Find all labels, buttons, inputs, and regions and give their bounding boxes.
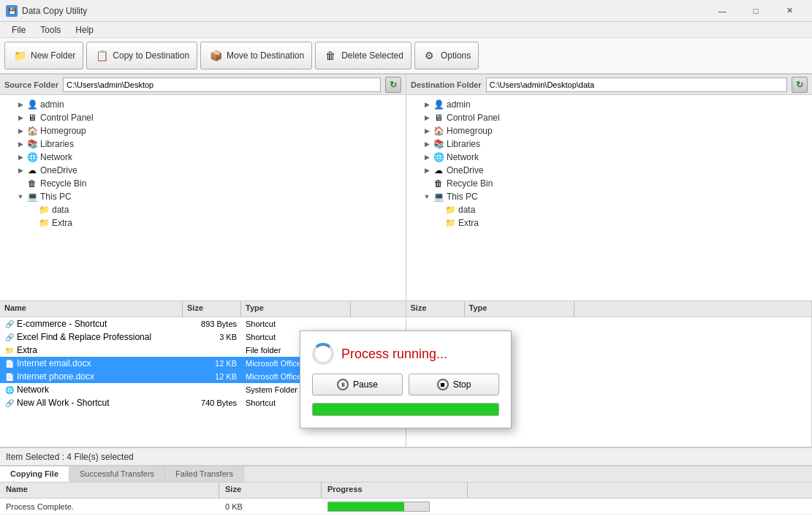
- pause-button[interactable]: ⏸ Pause: [312, 374, 403, 396]
- tree-item[interactable]: ▶ 👤 admin: [0, 98, 406, 111]
- tree-item[interactable]: ▶ ☁ OneDrive: [406, 164, 812, 177]
- tab-cell-name: Process Complete.: [0, 501, 219, 512]
- modal-buttons: ⏸ Pause ⏹ Stop: [312, 374, 499, 396]
- modal-title: Process running...: [341, 347, 447, 362]
- delete-label: Delete Selected: [341, 50, 403, 61]
- tree-item[interactable]: ▼ 💻 This PC: [0, 190, 406, 203]
- menu-help[interactable]: Help: [68, 23, 101, 37]
- tree-item[interactable]: ▶ ☁ OneDrive: [0, 164, 406, 177]
- col-type[interactable]: Type: [241, 301, 351, 317]
- menubar: File Tools Help: [0, 22, 812, 38]
- tab-successful-transfers[interactable]: Successful Transfers: [69, 466, 165, 482]
- file-row[interactable]: 🔗E-commerce - Shortcut 893 Bytes Shortcu…: [0, 317, 406, 330]
- source-tree[interactable]: ▶ 👤 admin ▶ 🖥 Control Panel ▶ 🏠 Homegrou…: [0, 95, 406, 300]
- tree-item[interactable]: ▶ 🏠 Homegroup: [406, 124, 812, 137]
- main-area: Source Folder C:\Users\admin\Desktop ↻ ▶…: [0, 75, 812, 301]
- options-icon: ⚙: [422, 48, 437, 63]
- new-folder-button[interactable]: 📁 New Folder: [4, 42, 83, 69]
- modal-progress-fill: [313, 404, 498, 416]
- tree-item[interactable]: 📁 data: [0, 203, 406, 216]
- progress-fill: [328, 502, 404, 511]
- tab-row: Process Complete. 0 KB: [0, 499, 812, 515]
- stop-button[interactable]: ⏹ Stop: [409, 374, 499, 396]
- source-label: Source Folder: [4, 80, 58, 89]
- tree-item[interactable]: ▶ 🏠 Homegroup: [0, 124, 406, 137]
- stop-icon: ⏹: [437, 379, 449, 390]
- modal-header: Process running...: [312, 343, 499, 365]
- move-icon: 📦: [208, 48, 223, 63]
- status-text: Item Selected : 4 File(s) selected: [6, 452, 134, 462]
- destination-tree[interactable]: ▶ 👤 admin ▶ 🖥 Control Panel ▶ 🏠 Homegrou…: [406, 95, 812, 300]
- tab-cell-progress: [322, 500, 468, 513]
- app-icon: 💾: [6, 5, 18, 17]
- maximize-button[interactable]: □: [739, 0, 773, 22]
- progress-bar: [327, 502, 430, 512]
- titlebar: 💾 Data Copy Utility — □ ✕: [0, 0, 812, 22]
- destination-header: Destination Folder C:\Users\admin\Deskto…: [406, 75, 812, 95]
- tree-item[interactable]: ▶ 🖥 Control Panel: [0, 111, 406, 124]
- tree-item[interactable]: ▶ 🌐 Network: [406, 151, 812, 164]
- col-name[interactable]: Name: [0, 301, 183, 317]
- col-size[interactable]: Size: [183, 301, 241, 317]
- tree-item[interactable]: ▼ 💻 This PC: [406, 190, 812, 203]
- tree-item-recycle-bin[interactable]: 🗑 Recycle Bin: [0, 177, 406, 190]
- tab-header: Name Size Progress: [0, 483, 812, 499]
- pause-label: Pause: [353, 379, 378, 390]
- tree-item[interactable]: ▶ 📚 Libraries: [406, 137, 812, 151]
- window-controls: — □ ✕: [705, 0, 806, 22]
- copy-destination-button[interactable]: 📋 Copy to Destination: [86, 42, 197, 69]
- delete-icon: 🗑: [323, 48, 338, 63]
- spinner-icon: [312, 343, 334, 365]
- close-button[interactable]: ✕: [773, 0, 806, 22]
- dest-col-size[interactable]: Size: [406, 301, 465, 317]
- status-bar: Item Selected : 4 File(s) selected: [0, 447, 812, 465]
- options-label: Options: [441, 50, 471, 61]
- bottom-section: Copying File Successful Transfers Failed…: [0, 465, 812, 522]
- options-button[interactable]: ⚙ Options: [414, 42, 479, 69]
- tree-item[interactable]: ▶ 🌐 Network: [0, 151, 406, 164]
- tab-copying-file[interactable]: Copying File: [0, 466, 69, 482]
- stop-label: Stop: [453, 379, 471, 390]
- tree-item[interactable]: ▶ 👤 admin: [406, 98, 812, 111]
- source-panel: Source Folder C:\Users\admin\Desktop ↻ ▶…: [0, 75, 406, 300]
- minimize-button[interactable]: —: [705, 0, 739, 22]
- tree-item[interactable]: ▶ 🖥 Control Panel: [406, 111, 812, 124]
- destination-panel: Destination Folder C:\Users\admin\Deskto…: [406, 75, 812, 300]
- tab-failed-transfers[interactable]: Failed Transfers: [165, 466, 244, 482]
- modal-progress-bar: [312, 403, 499, 416]
- tab-content: Name Size Progress Process Complete. 0 K…: [0, 483, 812, 522]
- destination-refresh-button[interactable]: ↻: [792, 77, 808, 93]
- new-folder-icon: 📁: [12, 48, 27, 63]
- source-refresh-button[interactable]: ↻: [385, 77, 401, 93]
- delete-selected-button[interactable]: 🗑 Delete Selected: [315, 42, 411, 69]
- source-header: Source Folder C:\Users\admin\Desktop ↻: [0, 75, 406, 95]
- tree-item[interactable]: 📁 Extra: [406, 216, 812, 230]
- copy-icon: 📋: [94, 48, 109, 63]
- destination-path[interactable]: C:\Users\admin\Desktop\data: [486, 77, 787, 92]
- file-list-area: Name Size Type 🔗E-commerce - Shortcut 89…: [0, 301, 812, 447]
- move-label: Move to Destination: [227, 50, 304, 61]
- tab-col-size: Size: [219, 483, 322, 498]
- menu-tools[interactable]: Tools: [33, 23, 68, 37]
- move-destination-button[interactable]: 📦 Move to Destination: [200, 42, 312, 69]
- tab-bar: Copying File Successful Transfers Failed…: [0, 466, 812, 483]
- tree-item[interactable]: 🗑 Recycle Bin: [406, 177, 812, 190]
- tree-item[interactable]: ▶ 📚 Libraries: [0, 137, 406, 151]
- tree-item[interactable]: 📁 data: [406, 203, 812, 216]
- dest-file-header: Size Type: [406, 301, 812, 317]
- dest-col-type[interactable]: Type: [465, 301, 574, 317]
- file-header: Name Size Type: [0, 301, 406, 317]
- app-title: Data Copy Utility: [22, 6, 705, 16]
- tree-item[interactable]: 📁 Extra: [0, 216, 406, 230]
- process-dialog: Process running... ⏸ Pause ⏹ Stop: [300, 330, 512, 428]
- pause-icon: ⏸: [337, 379, 349, 390]
- source-path[interactable]: C:\Users\admin\Desktop: [63, 77, 381, 92]
- tab-col-progress: Progress: [322, 483, 468, 498]
- destination-label: Destination Folder: [411, 80, 482, 89]
- toolbar: 📁 New Folder 📋 Copy to Destination 📦 Mov…: [0, 38, 812, 75]
- new-folder-label: New Folder: [31, 50, 75, 61]
- tab-col-name: Name: [0, 483, 219, 498]
- tab-cell-size: 0 KB: [219, 501, 322, 512]
- copy-label: Copy to Destination: [113, 50, 189, 61]
- menu-file[interactable]: File: [4, 23, 33, 37]
